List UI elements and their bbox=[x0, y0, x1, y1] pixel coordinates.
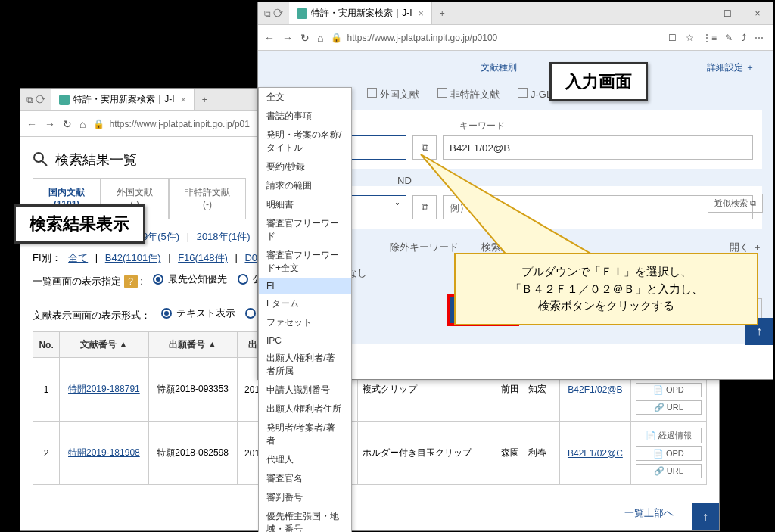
dd-item[interactable]: 審判番号 bbox=[259, 488, 351, 507]
dd-item[interactable]: 申請人識別番号 bbox=[259, 381, 351, 400]
new-tab-button[interactable]: + bbox=[195, 92, 215, 108]
fi-link[interactable]: B42F1/02@C bbox=[568, 448, 623, 459]
search-list-icon bbox=[33, 151, 49, 168]
favlist-icon[interactable]: ⋮≡ bbox=[702, 33, 717, 43]
th-appno[interactable]: 出願番号 ▲ bbox=[148, 332, 237, 358]
th-docno[interactable]: 文献番号 ▲ bbox=[60, 332, 148, 358]
callout-arrow bbox=[418, 151, 607, 265]
close-tab-icon[interactable]: × bbox=[181, 95, 186, 105]
opd-button[interactable]: 📄 OPD bbox=[636, 383, 702, 397]
fi-link[interactable]: B42F1/02@B bbox=[568, 384, 622, 395]
reload-icon[interactable]: ↻ bbox=[300, 32, 310, 44]
table-row: 2 特開2019-181908 特願2018-082598 2018/04/05… bbox=[33, 422, 707, 485]
dd-item[interactable]: 審査官名 bbox=[259, 469, 351, 488]
favicon-icon bbox=[59, 95, 70, 105]
address-bar-front: ← → ↻ ⌂ 🔒 https://www.j-platpat.inpit.go… bbox=[258, 25, 773, 51]
share-icon[interactable]: ⤴ bbox=[742, 33, 746, 43]
instruction-callout: プルダウンで「ＦＩ」を選択し、 「Ｂ４２Ｆ１／０２＠Ｂ」と入力し、 検索ボタンを… bbox=[454, 253, 758, 325]
menu-icon[interactable]: ⋯ bbox=[755, 33, 764, 43]
home-icon[interactable]: ⌂ bbox=[317, 32, 323, 44]
win-icon: ⧉ ⟳ bbox=[258, 8, 289, 19]
doctype-link[interactable]: 文献種別 bbox=[481, 61, 517, 74]
home-icon[interactable]: ⌂ bbox=[79, 118, 86, 130]
note-icon[interactable]: ✎ bbox=[725, 33, 733, 43]
dd-item[interactable]: 全文 bbox=[259, 88, 351, 107]
fi-1[interactable]: F16(148件) bbox=[178, 252, 228, 263]
dd-item[interactable]: 審査官フリーワード+全文 bbox=[259, 246, 351, 278]
back-to-top-link[interactable]: 一覧上部へ bbox=[624, 506, 674, 520]
progress-button[interactable]: 📄 経過情報 bbox=[636, 428, 702, 443]
fi-0[interactable]: B42(1101件) bbox=[105, 252, 161, 263]
close-tab-icon[interactable]: × bbox=[419, 8, 424, 19]
tab-title: 特許・実用新案検索｜J-I bbox=[73, 93, 174, 106]
browser-tab[interactable]: 特許・実用新案検索｜J-I × bbox=[51, 89, 194, 110]
dd-item[interactable]: 書誌的事項 bbox=[259, 107, 351, 126]
search-item-dropdown[interactable]: 全文 書誌的事項 発明・考案の名称/タイトル 要約/抄録 請求の範囲 明細書 審… bbox=[258, 87, 352, 532]
tab-title: 特許・実用新案検索｜J-I bbox=[311, 7, 412, 20]
bookmark-icon[interactable]: ☐ bbox=[668, 33, 677, 43]
svg-point-0 bbox=[34, 153, 43, 162]
dd-item[interactable]: 請求の範囲 bbox=[259, 176, 351, 195]
dd-item[interactable]: 明細書 bbox=[259, 195, 351, 214]
annotation-input: 入力画面 bbox=[549, 62, 648, 101]
window-controls: — ☐ × bbox=[682, 4, 773, 23]
scroll-top-button[interactable]: ↑ bbox=[692, 503, 719, 530]
dd-item-fi[interactable]: FI bbox=[259, 278, 351, 294]
browser-tab[interactable]: 特許・実用新案検索｜J-I × bbox=[289, 2, 431, 24]
detail-settings-button[interactable]: 詳細設定 ＋ bbox=[699, 57, 762, 79]
opd-button[interactable]: 📄 OPD bbox=[636, 446, 702, 461]
sort-latest-radio[interactable]: 最先公知優先 bbox=[153, 272, 227, 286]
approx-search-button[interactable]: 近似検索 ⧉ bbox=[708, 194, 763, 213]
titlebar-front: ⧉ ⟳ 特許・実用新案検索｜J-I × + — ☐ × bbox=[258, 2, 773, 25]
help-icon[interactable]: ? bbox=[124, 275, 138, 288]
chk-nonpatent[interactable]: 非特許文献 bbox=[437, 88, 500, 101]
docno-link[interactable]: 特開2019-188791 bbox=[68, 384, 140, 394]
favicon-icon bbox=[297, 8, 307, 19]
dd-item[interactable]: 優先権主張国・地域・番号 bbox=[259, 507, 351, 532]
dd-item[interactable]: ファセット bbox=[259, 313, 351, 332]
th-no[interactable]: No. bbox=[33, 332, 60, 358]
tab-nonpatent[interactable]: 非特許文献(-) bbox=[169, 178, 246, 219]
svg-marker-4 bbox=[421, 154, 592, 257]
filter-year-1[interactable]: 2018年(1件) bbox=[197, 231, 251, 242]
addrbar-actions: ☐ ☆ ⋮≡ ✎ ⤴ ⋯ bbox=[665, 33, 767, 43]
dd-item[interactable]: 出願人/権利者住所 bbox=[259, 400, 351, 418]
keyword-label: キーワード bbox=[459, 120, 753, 132]
display-text-radio[interactable]: テキスト表示 bbox=[161, 306, 235, 320]
forward-icon[interactable]: → bbox=[282, 32, 293, 44]
dd-item[interactable]: 代理人 bbox=[259, 450, 351, 469]
url-button[interactable]: 🔗 URL bbox=[636, 464, 702, 478]
fi-all[interactable]: 全て bbox=[68, 252, 88, 263]
dd-item[interactable]: 審査官フリーワード bbox=[259, 214, 351, 246]
url-field[interactable]: 🔒 https://www.j-platpat.inpit.go.jp/p010… bbox=[331, 33, 658, 43]
url-button[interactable]: 🔗 URL bbox=[636, 400, 702, 415]
dd-item[interactable]: 要約/抄録 bbox=[259, 157, 351, 176]
new-tab-button[interactable]: + bbox=[432, 5, 453, 22]
docno-link[interactable]: 特開2019-181908 bbox=[68, 447, 140, 458]
forward-icon[interactable]: → bbox=[45, 118, 55, 130]
search-top-row: 文献種別 詳細設定 ＋ bbox=[269, 51, 762, 85]
reload-icon[interactable]: ↻ bbox=[63, 118, 72, 130]
annotation-results: 検索結果表示 bbox=[14, 204, 145, 244]
dd-item[interactable]: 発明者/考案者/著者 bbox=[259, 418, 351, 450]
chk-foreign[interactable]: 外国文献 bbox=[367, 88, 419, 101]
dd-item[interactable]: Fターム bbox=[259, 294, 351, 313]
minimize-button[interactable]: — bbox=[682, 4, 712, 23]
maximize-button[interactable]: ☐ bbox=[712, 4, 742, 23]
dd-item[interactable]: 出願人/権利者/著者所属 bbox=[259, 349, 351, 381]
dd-item[interactable]: 発明・考案の名称/タイトル bbox=[259, 126, 351, 157]
back-icon[interactable]: ← bbox=[26, 118, 37, 130]
close-button[interactable]: × bbox=[742, 4, 773, 23]
win-icon: ⧉ ⟳ bbox=[20, 95, 51, 105]
back-icon[interactable]: ← bbox=[264, 32, 275, 44]
dd-item[interactable]: IPC bbox=[259, 332, 351, 349]
star-icon[interactable]: ☆ bbox=[686, 33, 694, 43]
svg-line-1 bbox=[42, 161, 47, 166]
